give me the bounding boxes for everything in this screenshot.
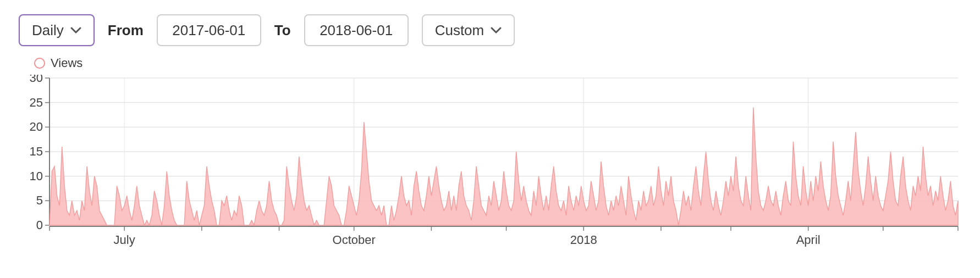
range-preset-select[interactable]: Custom bbox=[422, 14, 515, 46]
chart-legend: Views bbox=[34, 56, 961, 70]
views-chart: 051015202530JulyOctober2018April bbox=[19, 75, 961, 251]
to-date-input[interactable]: 2018-06-01 bbox=[304, 14, 409, 46]
from-label: From bbox=[108, 22, 144, 39]
legend-swatch-circle-icon bbox=[34, 58, 45, 69]
svg-text:20: 20 bbox=[30, 120, 43, 134]
filter-toolbar: Daily From 2017-06-01 To 2018-06-01 Cust… bbox=[19, 14, 961, 46]
svg-text:July: July bbox=[114, 233, 135, 247]
range-preset-label: Custom bbox=[435, 23, 485, 37]
svg-text:5: 5 bbox=[36, 193, 43, 207]
chevron-down-icon bbox=[491, 26, 502, 34]
svg-text:2018: 2018 bbox=[570, 233, 597, 247]
svg-text:25: 25 bbox=[30, 96, 43, 109]
granularity-select[interactable]: Daily bbox=[19, 14, 95, 46]
svg-text:October: October bbox=[333, 233, 376, 247]
svg-text:10: 10 bbox=[30, 169, 43, 183]
svg-text:April: April bbox=[796, 233, 821, 247]
svg-text:15: 15 bbox=[30, 144, 43, 158]
svg-text:30: 30 bbox=[30, 75, 43, 85]
svg-text:0: 0 bbox=[36, 218, 43, 232]
from-date-input[interactable]: 2017-06-01 bbox=[157, 14, 261, 46]
to-label: To bbox=[274, 22, 291, 39]
from-date-value: 2017-06-01 bbox=[172, 23, 245, 37]
chevron-down-icon bbox=[70, 26, 81, 34]
to-date-value: 2018-06-01 bbox=[320, 23, 393, 37]
legend-series-label: Views bbox=[51, 56, 82, 70]
granularity-label: Daily bbox=[32, 23, 64, 37]
